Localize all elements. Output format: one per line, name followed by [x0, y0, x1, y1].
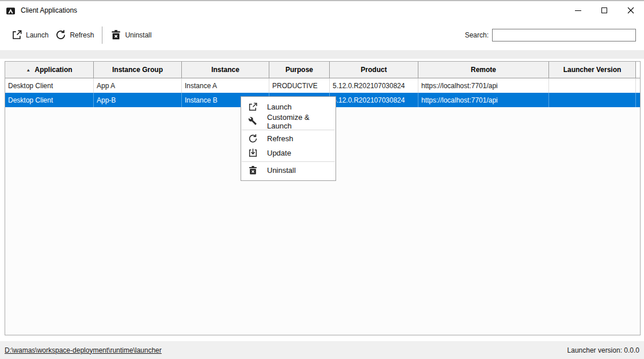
context-menu-item-label: Update [267, 149, 291, 157]
uninstall-button[interactable]: Uninstall [107, 27, 155, 43]
context-menu-item-customize-launch[interactable]: Customize & Launch [241, 114, 336, 129]
trash-icon [110, 29, 121, 40]
maximize-icon [601, 7, 607, 13]
minimize-button[interactable] [565, 1, 591, 20]
cell-remote[interactable]: https://localhost:7701/api [418, 78, 549, 93]
window-title: Client Applications [21, 6, 77, 14]
context-menu-item-uninstall[interactable]: Uninstall [241, 163, 336, 177]
table-header-row: ▲ Application Instance Group Instance Pu… [5, 62, 640, 78]
status-bar: D:\wamas\workspace-deployment\runtime\la… [0, 341, 644, 359]
search-area: Search: [465, 29, 636, 41]
cell-application[interactable]: Desktop Client [5, 93, 94, 107]
cell-application[interactable]: Desktop Client [5, 78, 94, 93]
cell-launcher-version[interactable] [549, 93, 636, 107]
column-header-label: Product [361, 66, 387, 74]
uninstall-button-label: Uninstall [125, 31, 151, 39]
close-icon [627, 7, 634, 14]
context-menu-item-label: Uninstall [267, 166, 296, 175]
column-header-remote[interactable]: Remote [418, 62, 549, 78]
column-header-label: Remote [471, 66, 496, 74]
cell-remote[interactable]: https://localhost:7701/api [418, 93, 549, 107]
app-icon [6, 6, 16, 16]
download-icon [248, 148, 258, 158]
cell-launcher-version[interactable] [549, 78, 636, 93]
refresh-icon [248, 134, 258, 143]
launcher-version-text: Launcher version: 0.0.0 [567, 346, 639, 354]
launch-button-label: Launch [26, 31, 48, 39]
content-band [0, 50, 644, 59]
context-menu-item-label: Customize & Launch [267, 113, 336, 130]
context-menu-separator [242, 161, 335, 162]
context-menu-item-label: Launch [267, 103, 292, 111]
cell-purpose[interactable]: PRODUCTIVE [269, 78, 330, 93]
context-menu-item-update[interactable]: Update [241, 146, 336, 160]
context-menu-item-refresh[interactable]: Refresh [241, 131, 336, 146]
launch-button[interactable]: Launch [8, 27, 52, 43]
cell-instance[interactable]: Instance A [182, 78, 269, 93]
column-header-label: Application [35, 66, 72, 74]
column-header-label: Launcher Version [563, 66, 622, 74]
maximize-button[interactable] [591, 1, 618, 20]
context-menu-item-launch[interactable]: Launch [241, 100, 336, 114]
column-header-product[interactable]: Product [330, 62, 418, 78]
trash-icon [248, 165, 258, 175]
client-applications-window: Client Applications Launch [0, 0, 644, 359]
refresh-button[interactable]: Refresh [52, 27, 97, 43]
toolbar: Launch Refresh Uninstall Search: [0, 20, 644, 50]
sort-ascending-icon: ▲ [26, 67, 31, 72]
cell-instance-group[interactable]: App A [94, 78, 182, 93]
table-row[interactable]: Desktop Client App A Instance A PRODUCTI… [5, 78, 640, 93]
wrench-icon [248, 116, 258, 126]
column-header-purpose[interactable]: Purpose [269, 62, 330, 78]
column-header-application[interactable]: ▲ Application [5, 62, 94, 78]
toolbar-separator [102, 27, 102, 44]
column-header-instance[interactable]: Instance [182, 62, 269, 78]
title-bar: Client Applications [0, 1, 644, 20]
header-filler [636, 62, 640, 78]
window-controls [565, 1, 644, 20]
cell-product[interactable]: 5.12.0.R202107030824 [330, 93, 418, 107]
external-link-icon [12, 29, 22, 40]
launcher-path-link[interactable]: D:\wamas\workspace-deployment\runtime\la… [5, 346, 162, 354]
cell-instance-group[interactable]: App-B [94, 93, 182, 107]
column-header-label: Instance Group [112, 66, 163, 74]
refresh-icon [55, 29, 66, 40]
search-input[interactable] [492, 29, 636, 41]
context-menu-item-label: Refresh [267, 134, 294, 143]
column-header-instance-group[interactable]: Instance Group [94, 62, 182, 78]
external-link-icon [248, 102, 258, 112]
search-label: Search: [465, 31, 489, 39]
column-header-launcher-version[interactable]: Launcher Version [549, 62, 636, 78]
column-header-label: Purpose [285, 66, 313, 74]
context-menu: Launch Customize & Launch Refresh Update [241, 96, 336, 181]
cell-product[interactable]: 5.12.0.R202107030824 [330, 78, 418, 93]
column-header-label: Instance [211, 66, 239, 74]
refresh-button-label: Refresh [70, 31, 94, 39]
close-button[interactable] [618, 1, 644, 20]
minimize-icon [575, 10, 581, 11]
